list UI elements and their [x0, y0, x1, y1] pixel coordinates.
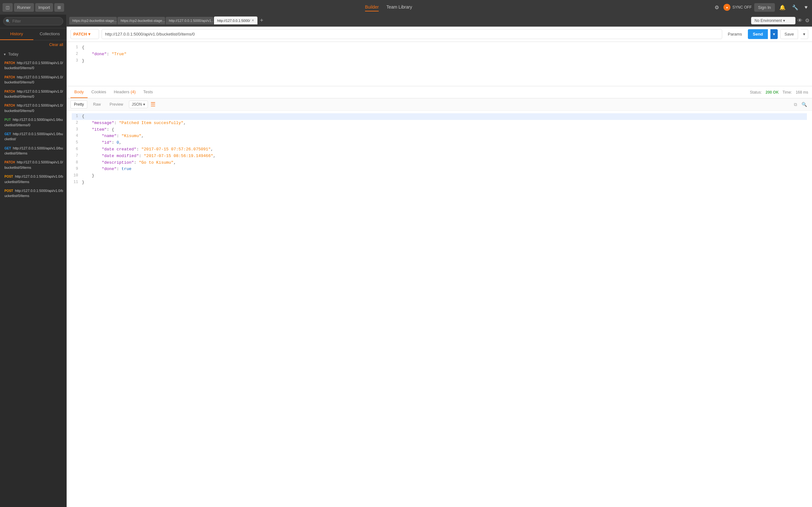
line-content: "done": "True": [82, 51, 126, 58]
line-number: 10: [72, 173, 78, 179]
response-tab-body[interactable]: Body: [70, 86, 88, 98]
save-button[interactable]: Save: [780, 29, 798, 39]
runner-button[interactable]: Runner: [14, 3, 34, 12]
new-request-button[interactable]: ⊞: [54, 3, 64, 12]
response-code-area: 1{2 "message": "Patched Item succesfully…: [67, 113, 812, 186]
history-item[interactable]: GEThttp://127.0.0.1:5000/api/v1.0/bucket…: [0, 129, 66, 144]
line-number: 11: [72, 179, 78, 186]
code-line: 2 "message": "Patched Item succesfully",: [72, 120, 807, 127]
method-label: PATCH: [73, 32, 87, 37]
sync-button[interactable]: ● SYNC OFF: [723, 4, 752, 11]
line-content: "id": 0,: [82, 139, 121, 146]
line-number: 3: [72, 127, 78, 133]
sidebar-tab-history[interactable]: History: [0, 28, 33, 40]
environment-dropdown[interactable]: No Environment ▾: [751, 17, 796, 24]
clear-all-button[interactable]: Clear all: [49, 43, 63, 47]
chevron-down-icon: ▾: [783, 18, 785, 23]
eye-icon-button[interactable]: 👁: [797, 18, 803, 23]
save-dropdown-button[interactable]: ▾: [801, 29, 808, 39]
history-item[interactable]: PATCHhttp://127.0.0.1:5000/api/v1.0/buck…: [0, 158, 66, 172]
send-dropdown-button[interactable]: ▾: [770, 29, 778, 39]
sidebar-history-list: ▼ Today PATCHhttp://127.0.0.1:5000/api/v…: [0, 49, 66, 507]
code-line: 11}: [72, 179, 807, 186]
request-tab[interactable]: http://127.0.0.1:5000/api/v1...: [166, 17, 213, 24]
params-button[interactable]: Params: [725, 30, 745, 38]
line-number: 1: [72, 113, 78, 120]
line-content: "name": "Kisumu",: [82, 133, 144, 139]
chevron-down-icon: ▼: [3, 53, 6, 56]
status-label: Status:: [750, 90, 762, 95]
request-tab[interactable]: https://cp2-bucketlist-stage...: [69, 17, 117, 24]
layout-button[interactable]: ◫: [3, 3, 13, 12]
tab-label: http://127.0.0.1:5000/: [217, 19, 250, 22]
history-item[interactable]: POSThttp://127.0.0.1:5000/api/v1.0/bucke…: [0, 186, 66, 201]
method-select[interactable]: PATCH ▾: [70, 29, 99, 39]
copy-button[interactable]: ⧉: [793, 101, 798, 109]
code-line: 4 "name": "Kisumu",: [72, 133, 807, 139]
response-tab-tests[interactable]: Tests: [139, 86, 157, 98]
pretty-tab[interactable]: Pretty: [70, 100, 87, 109]
code-line: 9 "done": true: [72, 166, 807, 173]
tool-icon-button[interactable]: 🔧: [790, 3, 800, 12]
import-button[interactable]: Import: [35, 3, 53, 12]
sign-in-button[interactable]: Sign In: [754, 3, 774, 12]
history-url: http://127.0.0.1:5000/api/v1.0/bucketlis…: [4, 132, 63, 141]
response-tab-cookies[interactable]: Cookies: [88, 86, 110, 98]
send-button[interactable]: Send: [748, 29, 768, 39]
response-toolbar: Pretty Raw Preview JSON ▾ ☰ ⧉ 🔍: [67, 98, 812, 111]
request-tab[interactable]: http://127.0.0.1:5000/ ✕: [214, 16, 258, 24]
method-chevron-icon: ▾: [88, 32, 91, 37]
environment-selector: No Environment ▾ 👁 ⚙: [751, 17, 809, 24]
request-tabs-row: https://cp2-bucketlist-stage...https://c…: [67, 15, 812, 26]
history-item[interactable]: GEThttp://127.0.0.1:5000/api/v1.0/bucket…: [0, 144, 66, 158]
history-item[interactable]: POSThttp://127.0.0.1:5000/api/v1.0/bucke…: [0, 172, 66, 186]
preview-tab[interactable]: Preview: [106, 101, 126, 108]
today-label: Today: [8, 52, 18, 56]
format-select[interactable]: JSON ▾: [129, 101, 148, 108]
tab-team-library[interactable]: Team Library: [386, 3, 412, 11]
method-badge: PATCH: [4, 104, 15, 107]
history-item[interactable]: PATCHhttp://127.0.0.1:5000/api/v1.0/buck…: [0, 87, 66, 101]
code-line: 2 "done": "True": [72, 51, 807, 58]
heart-icon-button[interactable]: ♥: [803, 3, 810, 11]
bell-icon-button[interactable]: 🔔: [777, 3, 788, 12]
format-chevron-icon: ▾: [143, 102, 145, 107]
raw-tab[interactable]: Raw: [90, 101, 104, 108]
url-input[interactable]: [102, 29, 722, 39]
method-badge: PATCH: [4, 161, 15, 164]
tab-label: https://cp2-bucketlist-stage...: [72, 19, 117, 22]
top-nav: ◫ Runner Import ⊞ Builder Team Library ⚙…: [0, 0, 812, 15]
settings-icon-button[interactable]: ⚙: [713, 3, 721, 12]
new-tab-icon: ⊞: [57, 5, 61, 10]
add-tab-button[interactable]: +: [258, 17, 265, 24]
tab-label: https://cp2-bucketlist-stage...: [121, 19, 165, 22]
method-badge: PATCH: [4, 90, 15, 93]
history-item[interactable]: PATCHhttp://127.0.0.1:5000/api/v1.0/buck…: [0, 58, 66, 73]
history-url: http://127.0.0.1:5000/api/v1.0/bucketlis…: [4, 189, 63, 198]
history-url: http://127.0.0.1:5000/api/v1.0/bucketlis…: [4, 118, 63, 127]
response-tab-headers[interactable]: Headers (4): [110, 86, 140, 98]
request-tab[interactable]: https://cp2-bucketlist-stage...: [117, 17, 165, 24]
history-item[interactable]: PUThttp://127.0.0.1:5000/api/v1.0/bucket…: [0, 115, 66, 129]
line-number: 9: [72, 166, 78, 173]
code-line: 3 "item": {: [72, 127, 807, 133]
wrap-icon[interactable]: ☰: [151, 101, 156, 108]
nav-center: Builder Team Library: [65, 3, 711, 11]
filter-input[interactable]: [3, 17, 63, 25]
code-line: 7 "date modified": "2017-07-15 08:56:19.…: [72, 153, 807, 160]
env-settings-icon-button[interactable]: ⚙: [805, 17, 809, 23]
search-response-button[interactable]: 🔍: [800, 101, 808, 109]
time-label: Time:: [782, 90, 792, 95]
response-body: 1{2 "message": "Patched Item succesfully…: [67, 111, 812, 507]
request-bar: PATCH ▾ Params Send ▾ Save ▾: [67, 26, 812, 42]
sidebar-tab-collections[interactable]: Collections: [33, 28, 67, 40]
tab-builder[interactable]: Builder: [365, 3, 379, 11]
sync-label: SYNC OFF: [732, 5, 752, 9]
runner-label: Runner: [17, 5, 31, 10]
sync-icon: ●: [723, 4, 730, 11]
close-tab-icon[interactable]: ✕: [252, 18, 254, 22]
line-content: "done": true: [82, 166, 131, 173]
method-badge: GET: [4, 147, 11, 150]
history-item[interactable]: PATCHhttp://127.0.0.1:5000/api/v1.0/buck…: [0, 73, 66, 87]
history-item[interactable]: PATCHhttp://127.0.0.1:5000/api/v1.0/buck…: [0, 101, 66, 115]
